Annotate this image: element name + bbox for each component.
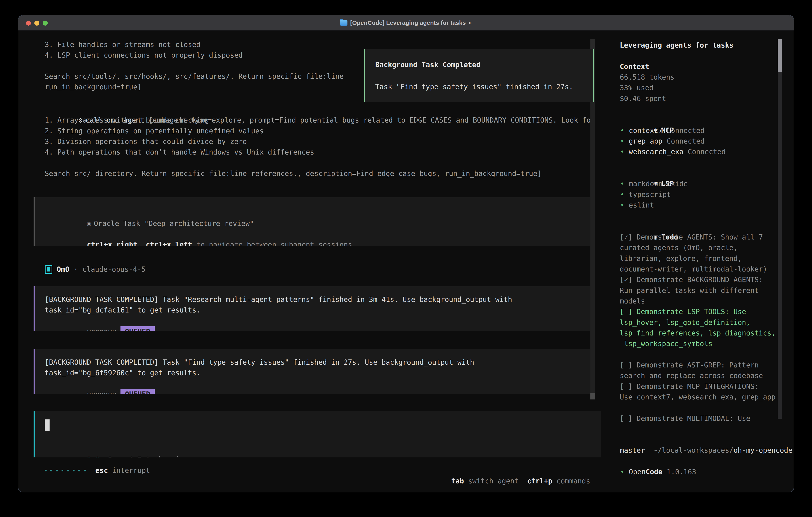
session-title: Leveraging agents for tasks <box>620 40 733 51</box>
todo-line: curated agents (OmO, oracle, <box>620 243 738 253</box>
window-title: [OpenCode] Leveraging agents for tasks <box>350 19 466 26</box>
todo-line: search and replace across codebase <box>620 371 763 381</box>
context-spent: $0.46 spent <box>620 93 666 104</box>
status-dot-icon: • <box>620 189 625 200</box>
mcp-status: Connected <box>667 136 705 146</box>
workspace-path: ~/local-workspaces/oh-my-opencode: <box>620 434 794 466</box>
todo-line: Use context7, websearch_exa, grep_app <box>620 392 776 403</box>
traffic-lights <box>26 16 48 31</box>
status-dot-icon: • <box>620 136 625 146</box>
status-dot-icon: • <box>620 179 625 189</box>
folder-icon <box>340 20 347 26</box>
half-moon-icon: ◐ <box>468 19 472 26</box>
toast-body: Task "Find type safety issues" finished … <box>375 82 573 92</box>
status-dot-icon: • <box>620 200 625 211</box>
minimize-button[interactable] <box>34 21 39 26</box>
context-header: Context <box>620 61 649 72</box>
background-task-toast[interactable]: Background Task Completed Task "Find typ… <box>364 49 594 102</box>
status-dot-icon: • <box>620 467 625 477</box>
todo-line-active: [ ] Demonstrate LSP TOOLS: Use <box>620 306 746 317</box>
lsp-item: •markdown-oxide <box>620 179 688 189</box>
sidebar-scrollbar-track[interactable] <box>778 39 782 419</box>
todo-line: Run parallel tasks with different <box>620 285 759 296</box>
toast-title: Background Task Completed <box>375 60 481 70</box>
todo-line: librarian, explore, frontend, <box>620 253 742 264</box>
todo-line: [✓] Demonstrate BACKGROUND AGENTS: <box>620 274 763 285</box>
lsp-item: •typescript <box>620 189 671 200</box>
workspace-branch: master <box>620 445 645 456</box>
todo-line: [ ] Demonstrate MCP INTEGRATIONS: <box>620 381 759 392</box>
close-button[interactable] <box>26 21 31 26</box>
todo-line-active: lsp_find_references, lsp_diagnostics, <box>620 328 776 338</box>
todo-line: [✓] Demonstrate AGENTS: Show all 7 <box>620 232 763 243</box>
mcp-item: •context7 Connected <box>620 125 704 136</box>
todo-line: [ ] Demonstrate MULTIMODAL: Use <box>620 413 750 424</box>
main-scrollbar-thumb[interactable] <box>590 393 595 399</box>
mcp-status: Connected <box>688 146 726 157</box>
window-titlebar: [OpenCode] Leveraging agents for tasks ◐ <box>19 16 793 31</box>
todo-line-active: lsp_workspace_symbols <box>620 338 713 349</box>
context-tokens: 66,518 tokens <box>620 72 674 83</box>
mcp-item: •grep_app Connected <box>620 136 704 146</box>
opencode-window: [OpenCode] Leveraging agents for tasks ◐… <box>18 15 794 492</box>
mcp-status: Connected <box>667 125 705 136</box>
todo-line: models <box>620 296 645 306</box>
version-number: 1.0.163 <box>667 467 696 477</box>
maximize-button[interactable] <box>43 21 48 26</box>
lsp-item: •eslint <box>620 200 654 211</box>
todo-line: [ ] Demonstrate AST-GREP: Pattern <box>620 360 759 371</box>
todo-line: document-writer, multimodal-looker) <box>620 264 767 274</box>
status-dot-icon: • <box>620 146 625 157</box>
mcp-item: •websearch_exa Connected <box>620 146 726 157</box>
version-row: •OpenCode 1.0.163 <box>620 467 696 477</box>
todo-line-active: lsp_hover, lsp_goto_definition, <box>620 317 750 328</box>
status-dot-icon: • <box>620 125 625 136</box>
sidebar-scrollbar-thumb[interactable] <box>778 39 782 72</box>
context-used: 33% used <box>620 83 654 93</box>
